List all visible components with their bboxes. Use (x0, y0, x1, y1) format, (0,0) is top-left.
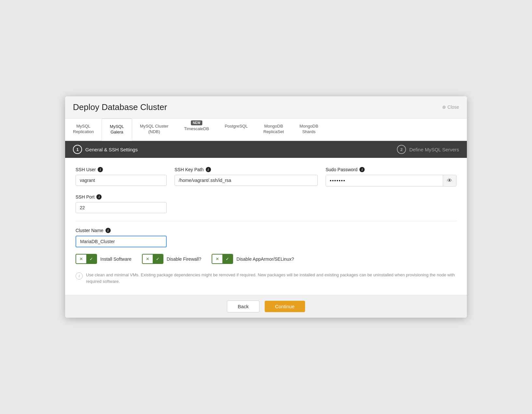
disable-firewall-toggle: ✕ ✓ (142, 254, 163, 264)
ssh-user-info-icon[interactable]: i (98, 167, 103, 172)
disable-firewall-group: ✕ ✓ Disable Firewall? (142, 254, 202, 264)
wizard-steps: 1 General & SSH Settings 2 Define MySQL … (65, 141, 467, 158)
new-badge: NEW (191, 120, 202, 125)
cluster-name-input[interactable] (76, 236, 167, 247)
install-software-label: Install Software (100, 256, 132, 262)
tab-mysql-galera[interactable]: MySQLGalera (102, 118, 132, 141)
disable-firewall-label: Disable Firewall? (167, 256, 202, 262)
install-software-group: ✕ ✓ Install Software (76, 254, 132, 264)
dialog-header: Deploy Database Cluster ⊗ Close (65, 96, 467, 118)
toggle-password-button[interactable]: 👁 (443, 175, 456, 186)
step-2-label: Define MySQL Servers (409, 147, 459, 152)
cluster-name-label: Cluster Name i (76, 228, 456, 233)
checkboxes-row: ✕ ✓ Install Software ✕ ✓ Disable Firewal… (76, 254, 456, 264)
back-button[interactable]: Back (227, 300, 259, 312)
section-divider (76, 221, 456, 221)
install-software-true-btn[interactable]: ✓ (86, 255, 96, 263)
disable-firewall-false-btn[interactable]: ✕ (143, 255, 153, 263)
step-1-circle: 1 (73, 145, 82, 154)
tab-mysql-cluster-ndb[interactable]: MySQL Cluster(NDB) (132, 118, 176, 141)
sudo-password-group: Sudo Password i 👁 (326, 167, 456, 186)
tabs-bar: MySQLReplication MySQLGalera MySQL Clust… (65, 118, 467, 141)
step-1-label: General & SSH Settings (85, 147, 138, 152)
ssh-port-group: SSH Port i (76, 194, 167, 213)
cluster-name-group: Cluster Name i (76, 228, 456, 247)
ssh-key-path-input[interactable] (175, 175, 318, 186)
info-box: i Use clean and minimal VMs. Existing pa… (76, 270, 456, 286)
close-icon: ⊗ (442, 104, 446, 110)
ssh-user-input[interactable] (76, 175, 167, 186)
close-button[interactable]: ⊗ Close (442, 104, 459, 110)
ssh-user-group: SSH User i (76, 167, 167, 186)
close-label: Close (447, 104, 459, 110)
sudo-password-label: Sudo Password i (326, 167, 456, 172)
tab-timescaledb[interactable]: NEW TimescaleDB (176, 118, 217, 141)
ssh-port-info-icon[interactable]: i (96, 194, 102, 200)
tab-mysql-replication[interactable]: MySQLReplication (65, 118, 102, 141)
step-2: 2 Define MySQL Servers (397, 145, 459, 154)
ssh-key-path-info-icon[interactable]: i (206, 167, 211, 172)
info-text: Use clean and minimal VMs. Existing pack… (86, 272, 456, 284)
disable-apparmor-group: ✕ ✓ Disable AppArmor/SELinux? (212, 254, 294, 264)
disable-apparmor-false-btn[interactable]: ✕ (212, 255, 222, 263)
form-section: SSH User i SSH Key Path i Sudo Password … (65, 158, 467, 295)
cluster-name-info-icon[interactable]: i (105, 228, 111, 233)
sudo-password-input[interactable] (326, 175, 443, 186)
password-wrapper: 👁 (326, 175, 456, 186)
install-software-false-btn[interactable]: ✕ (76, 255, 86, 263)
tab-postgresql[interactable]: PostgreSQL (217, 118, 256, 141)
disable-apparmor-true-btn[interactable]: ✓ (222, 255, 232, 263)
deploy-dialog: Deploy Database Cluster ⊗ Close MySQLRep… (65, 96, 467, 318)
form-row-2: SSH Port i (76, 194, 456, 213)
tab-mongodb-replicaset[interactable]: MongoDBReplicaSet (256, 118, 292, 141)
sudo-password-info-icon[interactable]: i (359, 167, 365, 172)
continue-button[interactable]: Continue (265, 301, 305, 312)
dialog-footer: Back Continue (65, 295, 467, 318)
dialog-title: Deploy Database Cluster (73, 102, 167, 112)
disable-firewall-true-btn[interactable]: ✓ (153, 255, 163, 263)
ssh-key-path-group: SSH Key Path i (175, 167, 318, 186)
disable-apparmor-label: Disable AppArmor/SELinux? (236, 256, 294, 262)
tab-mongodb-shards[interactable]: MongoDBShards (292, 118, 326, 141)
info-circle-icon: i (76, 272, 83, 280)
ssh-user-label: SSH User i (76, 167, 167, 172)
disable-apparmor-toggle: ✕ ✓ (212, 254, 233, 264)
step-1: 1 General & SSH Settings (73, 145, 138, 154)
install-software-toggle: ✕ ✓ (76, 254, 97, 264)
form-row-1: SSH User i SSH Key Path i Sudo Password … (76, 167, 456, 186)
ssh-key-path-label: SSH Key Path i (175, 167, 318, 172)
ssh-port-input[interactable] (76, 202, 167, 213)
ssh-port-label: SSH Port i (76, 194, 167, 200)
step-2-circle: 2 (397, 145, 406, 154)
